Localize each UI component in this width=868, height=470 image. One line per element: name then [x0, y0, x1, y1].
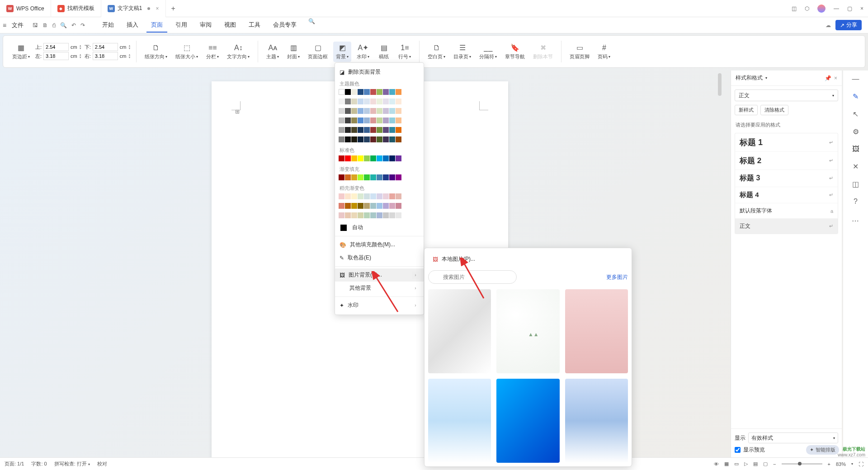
color-swatch[interactable] — [377, 127, 382, 133]
scrollbar-thumb[interactable] — [718, 73, 722, 96]
color-swatch[interactable] — [383, 108, 389, 114]
background-button[interactable]: ◩背景▾ — [333, 42, 351, 62]
color-swatch[interactable] — [351, 89, 357, 95]
color-swatch[interactable] — [351, 136, 357, 142]
columns-button[interactable]: ≡≡分栏▾ — [203, 42, 222, 62]
redo-icon[interactable]: ↷ — [80, 22, 85, 28]
view-play-icon[interactable]: ▷ — [744, 461, 748, 467]
preview-checkbox[interactable] — [735, 447, 741, 453]
color-swatch[interactable] — [370, 99, 376, 104]
color-swatch[interactable] — [345, 136, 351, 142]
chapter-nav-button[interactable]: 🔖章节导航 — [502, 42, 528, 62]
color-swatch[interactable] — [396, 99, 401, 104]
color-swatch[interactable] — [339, 127, 344, 133]
zoom-slider[interactable] — [782, 463, 822, 465]
color-swatch[interactable] — [389, 155, 395, 161]
color-swatch[interactable] — [370, 193, 376, 199]
color-swatch[interactable] — [339, 174, 344, 180]
color-swatch[interactable] — [370, 136, 376, 142]
color-swatch[interactable] — [358, 99, 363, 104]
zoom-out-icon[interactable]: − — [773, 461, 776, 467]
color-swatch[interactable] — [351, 108, 357, 114]
color-swatch[interactable] — [389, 193, 395, 199]
menu-tab-start[interactable]: 开始 — [98, 18, 118, 33]
watermark-button[interactable]: A✦水印▾ — [354, 42, 372, 62]
color-swatch[interactable] — [389, 212, 395, 218]
local-image-item[interactable]: 🖼本地图片(P)... — [428, 252, 628, 267]
color-swatch[interactable] — [396, 136, 401, 142]
clear-format-button[interactable]: 清除格式 — [760, 105, 788, 115]
color-swatch[interactable] — [364, 136, 370, 142]
color-swatch[interactable] — [339, 136, 344, 142]
save-icon[interactable]: 🖫 — [33, 22, 38, 28]
theme-button[interactable]: Aᴀ主题▾ — [264, 42, 282, 62]
color-swatch[interactable] — [396, 89, 401, 95]
share-button[interactable]: ↗分享 — [835, 20, 862, 30]
color-swatch[interactable] — [370, 212, 376, 218]
color-swatch[interactable] — [383, 212, 389, 218]
color-swatch[interactable] — [339, 193, 344, 199]
color-swatch[interactable] — [377, 99, 382, 104]
color-swatch[interactable] — [339, 118, 344, 123]
minimize-icon[interactable]: — — [834, 5, 839, 12]
fullscreen-icon[interactable]: ⛶ — [859, 461, 863, 467]
color-swatch[interactable] — [351, 174, 357, 180]
view-grid-icon[interactable]: ▦ — [724, 461, 729, 467]
color-swatch[interactable] — [339, 108, 344, 114]
close-window-icon[interactable]: × — [860, 5, 863, 12]
color-swatch[interactable] — [396, 108, 401, 114]
color-swatch[interactable] — [351, 155, 357, 161]
color-swatch[interactable] — [383, 99, 389, 104]
menu-tab-member[interactable]: 会员专享 — [269, 18, 301, 33]
color-swatch[interactable] — [370, 203, 376, 209]
color-swatch[interactable] — [377, 108, 382, 114]
color-swatch[interactable] — [364, 127, 370, 133]
color-swatch[interactable] — [351, 118, 357, 123]
undo-icon[interactable]: ↶ — [71, 22, 76, 28]
tab-wps-office[interactable]: W WPS Office — [0, 0, 51, 17]
color-swatch[interactable] — [370, 127, 376, 133]
color-swatch[interactable] — [339, 212, 344, 218]
delete-background-item[interactable]: ◪删除页面背景 — [335, 66, 424, 79]
maximize-icon[interactable]: ▢ — [847, 5, 852, 12]
color-swatch[interactable] — [396, 174, 401, 180]
menu-tab-reference[interactable]: 引用 — [171, 18, 192, 33]
color-swatch[interactable] — [345, 212, 351, 218]
word-count[interactable]: 字数: 0 — [31, 461, 47, 467]
color-swatch[interactable] — [389, 136, 395, 142]
color-swatch[interactable] — [345, 203, 351, 209]
image-search-input[interactable] — [428, 270, 517, 284]
header-footer-button[interactable]: ▭页眉页脚 — [567, 42, 592, 62]
page-border-button[interactable]: ▢页面边框 — [305, 42, 330, 62]
color-swatch[interactable] — [358, 127, 363, 133]
preview-icon[interactable]: 🔍 — [60, 22, 67, 28]
edit-icon[interactable]: ✎ — [853, 92, 859, 101]
color-swatch[interactable] — [345, 155, 351, 161]
color-swatch[interactable] — [351, 99, 357, 104]
style-item[interactable]: 标题 3↵ — [735, 170, 838, 187]
color-swatch[interactable] — [364, 118, 370, 123]
color-swatch[interactable] — [364, 212, 370, 218]
color-swatch[interactable] — [377, 136, 382, 142]
tab-close-icon[interactable]: × — [156, 5, 159, 12]
avatar-icon[interactable] — [817, 5, 826, 13]
tab-templates[interactable]: ◆ 找稻壳模板 — [51, 0, 101, 17]
color-swatch[interactable] — [396, 118, 401, 123]
image-thumbnail[interactable] — [428, 379, 491, 463]
gallery-icon[interactable]: 🖼 — [852, 145, 859, 153]
other-fill-item[interactable]: 🎨其他填充颜色(M)... — [335, 238, 424, 251]
color-swatch[interactable] — [358, 89, 363, 95]
watermark-item[interactable]: ✦水印› — [335, 299, 424, 312]
style-item[interactable]: 标题 4↵ — [735, 187, 838, 203]
page-number-button[interactable]: #页码▾ — [595, 42, 613, 62]
color-swatch[interactable] — [370, 174, 376, 180]
tab-add-button[interactable]: + — [166, 5, 181, 13]
smart-layout-button[interactable]: ✦智能排版 — [806, 445, 839, 455]
separator-button[interactable]: ⎯⎯分隔符▾ — [476, 42, 500, 62]
color-swatch[interactable] — [358, 136, 363, 142]
color-swatch[interactable] — [370, 89, 376, 95]
print-icon[interactable]: ⎙ — [52, 22, 56, 28]
menu-tab-tools[interactable]: 工具 — [244, 18, 265, 33]
color-swatch[interactable] — [345, 174, 351, 180]
margin-left-input[interactable] — [43, 52, 69, 60]
